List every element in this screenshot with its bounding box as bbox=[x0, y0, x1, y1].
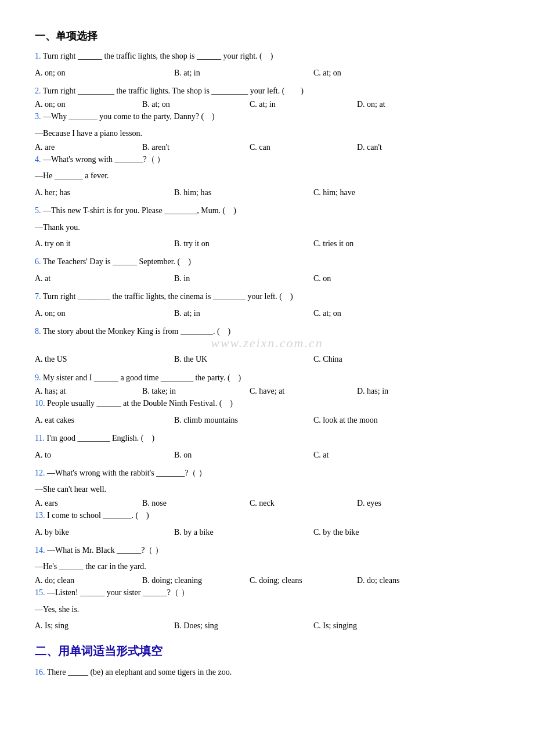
question-15: 15. —Listen! ______ your sister ______?（… bbox=[35, 585, 499, 601]
question-number-13: 13. bbox=[35, 511, 47, 520]
option-9-D: D. has; in bbox=[357, 387, 464, 396]
question-text-11: I'm good ________ English. ( ) bbox=[46, 434, 154, 442]
option-9-C: C. have; at bbox=[250, 387, 357, 396]
option-6-A: A. at bbox=[35, 271, 174, 286]
options-row-13: A. by bikeB. by a bikeC. by the bike bbox=[35, 525, 499, 539]
question-13: 13. I come to school _______. ( ) bbox=[35, 508, 499, 524]
option-3-C: C. can bbox=[250, 143, 357, 152]
option-8-C: C. China bbox=[313, 352, 453, 366]
option-3-A: A. are bbox=[35, 143, 142, 152]
option-10-A: A. eat cakes bbox=[35, 413, 174, 427]
question-number-4: 4. bbox=[35, 155, 43, 164]
option-7-B: B. at; in bbox=[174, 306, 313, 321]
option-8-A: A. the US bbox=[35, 352, 174, 366]
question-text-4: —What's wrong with _______?（ ） bbox=[43, 155, 165, 164]
options-row-12: A. earsB. noseC. neckD. eyes bbox=[35, 499, 499, 508]
option-11-B: B. on bbox=[174, 448, 313, 462]
question-sub-15: —Yes, she is. bbox=[35, 602, 499, 618]
option-13-C: C. by the bike bbox=[313, 525, 453, 539]
option-15-B: B. Does; sing bbox=[174, 618, 313, 633]
options-row-1: A. on; onB. at; inC. at; on bbox=[35, 66, 499, 80]
question-text-2: Turn right _________ the traffic lights.… bbox=[43, 87, 304, 95]
options-row-4: A. her; hasB. him; hasC. him; have bbox=[35, 185, 499, 200]
question-sub-12: —She can't hear well. bbox=[35, 482, 499, 498]
options-row-9: A. has; atB. take; inC. have; atD. has; … bbox=[35, 387, 499, 396]
question-9: 9. My sister and I ______ a good time __… bbox=[35, 370, 499, 386]
question-number-14: 14. bbox=[35, 546, 47, 555]
option-14-A: A. do; clean bbox=[35, 576, 142, 585]
option-14-B: B. doing; cleaning bbox=[142, 576, 250, 585]
options-row-14: A. do; cleanB. doing; cleaningC. doing; … bbox=[35, 576, 499, 585]
option-5-B: B. try it on bbox=[174, 236, 313, 251]
options-row-6: A. atB. inC. on bbox=[35, 271, 499, 286]
option-13-A: A. by bike bbox=[35, 525, 174, 539]
option-11-C: C. at bbox=[313, 448, 453, 462]
option-15-A: A. Is; sing bbox=[35, 618, 174, 633]
question-number-7: 7. bbox=[35, 292, 43, 301]
question-text-12: —What's wrong with the rabbit's _______?… bbox=[47, 469, 207, 477]
options-row-2: A. on; onB. at; onC. at; inD. on; at bbox=[35, 100, 499, 109]
options-row-10: A. eat cakesB. climb mountainsC. look at… bbox=[35, 413, 499, 427]
option-8-B: B. the UK bbox=[174, 352, 313, 366]
question-12: 12. —What's wrong with the rabbit's ____… bbox=[35, 466, 499, 481]
question-text-6: The Teachers' Day is ______ September. (… bbox=[43, 257, 191, 266]
question-number-11: 11. bbox=[35, 434, 46, 442]
question-8: 8. The story about the Monkey King is fr… bbox=[35, 324, 499, 340]
question-number-3: 3. bbox=[35, 112, 43, 121]
option-15-C: C. Is; singing bbox=[313, 618, 453, 633]
option-3-D: D. can't bbox=[357, 143, 464, 152]
q16-text: There _____ (be) an elephant and some ti… bbox=[47, 668, 232, 676]
option-10-B: B. climb mountains bbox=[174, 413, 313, 427]
option-6-B: B. in bbox=[174, 271, 313, 286]
question-number-9: 9. bbox=[35, 373, 43, 382]
option-7-C: C. at; on bbox=[313, 306, 453, 321]
question-4: 4. —What's wrong with _______?（ ） bbox=[35, 152, 499, 168]
question-number-8: 8. bbox=[35, 327, 43, 336]
option-14-D: D. do; cleans bbox=[357, 576, 464, 585]
question-sub-4: —He _______ a fever. bbox=[35, 168, 499, 184]
question-number-12: 12. bbox=[35, 469, 47, 477]
question-number-15: 15. bbox=[35, 588, 47, 597]
option-6-C: C. on bbox=[313, 271, 453, 286]
question-6: 6. The Teachers' Day is ______ September… bbox=[35, 254, 499, 270]
question-sub-14: —He's ______ the car in the yard. bbox=[35, 559, 499, 575]
question-text-15: —Listen! ______ your sister ______?（ ） bbox=[47, 588, 189, 597]
question-11: 11. I'm good ________ English. ( ) bbox=[35, 431, 499, 447]
question-sub-3: —Because I have a piano lesson. bbox=[35, 126, 499, 142]
option-2-C: C. at; in bbox=[250, 100, 357, 109]
option-12-B: B. nose bbox=[142, 499, 250, 508]
option-2-D: D. on; at bbox=[357, 100, 464, 109]
option-1-B: B. at; in bbox=[174, 66, 313, 80]
question-14: 14. —What is Mr. Black ______?（ ） bbox=[35, 543, 499, 559]
question-text-14: —What is Mr. Black ______?（ ） bbox=[47, 546, 163, 555]
option-1-C: C. at; on bbox=[313, 66, 453, 80]
question-text-7: Turn right ________ the traffic lights, … bbox=[43, 292, 293, 301]
option-7-A: A. on; on bbox=[35, 306, 174, 321]
question-7: 7. Turn right ________ the traffic light… bbox=[35, 289, 499, 305]
options-row-5: A. try on itB. try it onC. tries it on bbox=[35, 236, 499, 251]
option-1-A: A. on; on bbox=[35, 66, 174, 80]
options-row-15: A. Is; singB. Does; singC. Is; singing bbox=[35, 618, 499, 633]
question-text-1: Turn right ______ the traffic lights, th… bbox=[43, 52, 273, 60]
q16-number: 16. bbox=[35, 668, 45, 676]
option-10-C: C. look at the moon bbox=[313, 413, 453, 427]
option-11-A: A. to bbox=[35, 448, 174, 462]
option-12-A: A. ears bbox=[35, 499, 142, 508]
question-10: 10. People usually ______ at the Double … bbox=[35, 396, 499, 412]
question-number-10: 10. bbox=[35, 399, 47, 408]
option-12-D: D. eyes bbox=[357, 499, 464, 508]
question-1: 1. Turn right ______ the traffic lights,… bbox=[35, 49, 499, 64]
options-row-11: A. toB. onC. at bbox=[35, 448, 499, 462]
option-2-B: B. at; on bbox=[142, 100, 250, 109]
option-2-A: A. on; on bbox=[35, 100, 142, 109]
option-4-A: A. her; has bbox=[35, 185, 174, 200]
options-row-7: A. on; onB. at; inC. at; on bbox=[35, 306, 499, 321]
question-number-5: 5. bbox=[35, 206, 43, 215]
question-2: 2. Turn right _________ the traffic ligh… bbox=[35, 84, 499, 99]
section2-title: 二、用单词适当形式填空 bbox=[35, 643, 499, 659]
question-3: 3. —Why _______ you come to the party, D… bbox=[35, 109, 499, 125]
question-number-6: 6. bbox=[35, 257, 43, 266]
option-4-C: C. him; have bbox=[313, 185, 453, 200]
options-row-3: A. areB. aren'tC. canD. can't bbox=[35, 143, 499, 152]
q16-line: 16. There _____ (be) an elephant and som… bbox=[35, 665, 499, 681]
